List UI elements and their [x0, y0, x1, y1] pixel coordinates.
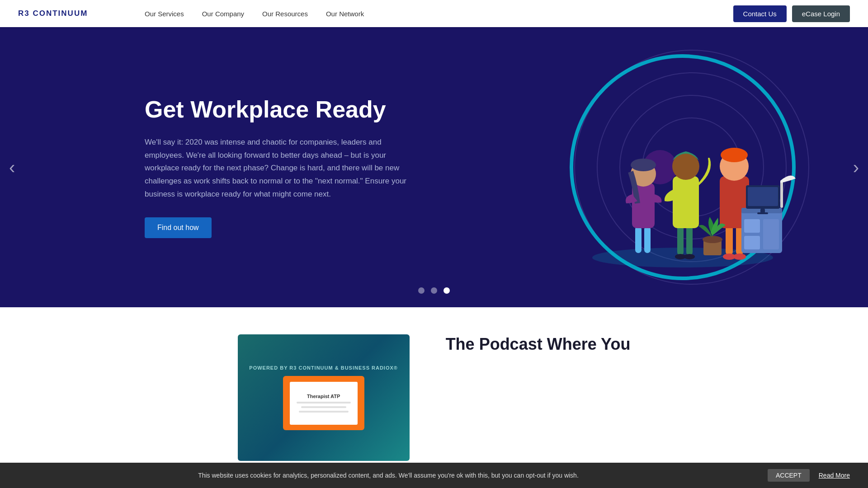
- hero-section: Get Workplace Ready We'll say it: 2020 w…: [0, 27, 868, 307]
- hero-title: Get Workplace Ready: [145, 96, 416, 123]
- hero-next-button[interactable]: ›: [853, 157, 859, 178]
- contact-us-button[interactable]: Contact Us: [733, 5, 787, 22]
- hero-description: We'll say it: 2020 was intense and chaot…: [145, 136, 416, 201]
- svg-rect-23: [744, 236, 760, 249]
- svg-rect-26: [748, 187, 778, 206]
- nav-our-resources[interactable]: Our Resources: [262, 10, 308, 18]
- cookie-read-more-button[interactable]: Read More: [819, 472, 850, 479]
- svg-rect-24: [763, 219, 779, 249]
- podcast-doc-mockup: Therapist ATP: [283, 376, 364, 430]
- cookie-message: This website uses cookies for analytics,…: [18, 472, 759, 479]
- slide-dot-2[interactable]: [431, 287, 437, 294]
- svg-rect-28: [757, 212, 768, 214]
- ecase-login-button[interactable]: eCase Login: [792, 5, 850, 22]
- svg-point-31: [703, 236, 722, 243]
- svg-rect-2: [635, 226, 642, 253]
- svg-rect-3: [644, 226, 651, 253]
- svg-rect-11: [673, 176, 699, 228]
- svg-point-19: [721, 148, 748, 162]
- nav-our-services[interactable]: Our Services: [145, 10, 184, 18]
- doc-line-1: [297, 402, 351, 404]
- slider-dots: [418, 287, 450, 294]
- nav-links: Our Services Our Company Our Resources O…: [145, 10, 733, 18]
- svg-rect-29: [780, 181, 783, 208]
- doc-line-3: [299, 411, 349, 413]
- nav-our-company[interactable]: Our Company: [202, 10, 244, 18]
- svg-point-6: [631, 159, 656, 171]
- navbar: R3 CONTINUUM Our Services Our Company Ou…: [0, 0, 868, 27]
- nav-our-network[interactable]: Our Network: [326, 10, 364, 18]
- slide-dot-3[interactable]: [443, 287, 450, 294]
- podcast-powered-text: POWERED BY R3 CONTINUUM & BUSINESS RADIO…: [240, 365, 407, 371]
- nav-logo: R3 CONTINUUM: [18, 9, 108, 18]
- slide-dot-1[interactable]: [418, 287, 425, 294]
- hero-prev-button[interactable]: ‹: [9, 157, 15, 178]
- content-section: POWERED BY R3 CONTINUUM & BUSINESS RADIO…: [0, 307, 868, 479]
- hero-illustration: [565, 63, 800, 280]
- chevron-left-icon: ‹: [9, 157, 15, 177]
- svg-point-10: [684, 254, 695, 259]
- podcast-text-block: The Podcast Where You: [446, 334, 631, 354]
- doc-line-2: [301, 406, 346, 408]
- svg-point-16: [733, 253, 746, 260]
- svg-rect-8: [686, 224, 693, 255]
- svg-rect-7: [677, 224, 684, 255]
- chevron-right-icon: ›: [853, 157, 859, 177]
- podcast-title: The Podcast Where You: [446, 334, 631, 354]
- cookie-accept-button[interactable]: ACCEPT: [768, 469, 810, 482]
- podcast-doc-title: Therapist ATP: [307, 394, 340, 399]
- podcast-image-card: POWERED BY R3 CONTINUUM & BUSINESS RADIO…: [238, 334, 410, 461]
- nav-actions: Contact Us eCase Login: [733, 5, 850, 22]
- find-out-how-button[interactable]: Find out how: [145, 217, 212, 238]
- cookie-bar: This website uses cookies for analytics,…: [0, 463, 868, 488]
- svg-rect-13: [726, 224, 733, 255]
- hero-content: Get Workplace Ready We'll say it: 2020 w…: [145, 96, 416, 238]
- podcast-doc-inner: Therapist ATP: [290, 382, 358, 425]
- svg-rect-22: [744, 219, 760, 233]
